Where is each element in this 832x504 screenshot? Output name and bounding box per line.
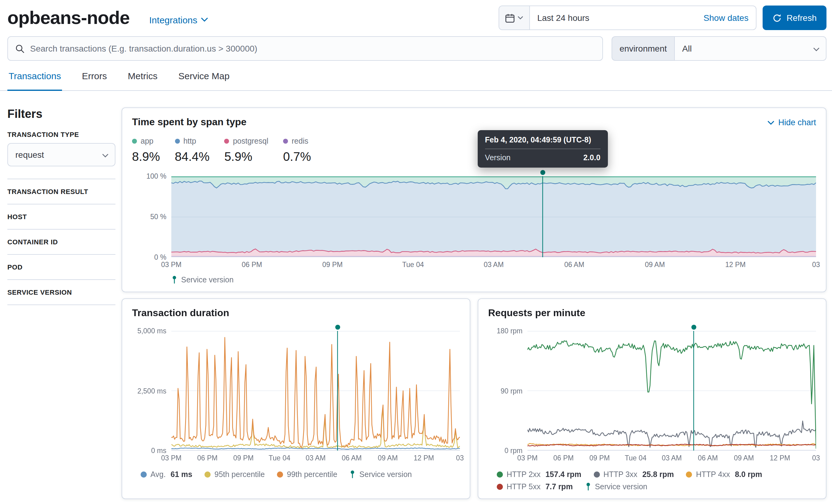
legend-dot [205,472,211,478]
legend-item-avg[interactable]: Avg. 61 ms [140,470,192,479]
environment-filter: environment All [612,36,827,61]
legend-dot [686,472,692,478]
chevron-down-icon [102,154,109,158]
span-summary-http: http 84.4% [175,137,209,164]
chevron-down-icon [768,120,775,125]
x-axis-label: Tue 04 [625,454,647,462]
tab-metrics[interactable]: Metrics [127,63,159,91]
y-axis: 180 rpm90 rpm0 rpm [488,331,527,451]
chart-plot-area[interactable]: Feb 4, 2020, 04:49:59 (UTC-8) Version 2.… [171,176,816,257]
tooltip-timestamp: Feb 4, 2020, 04:49:59 (UTC-8) [485,136,600,149]
span-summary-app: app 8.9% [132,137,160,164]
filters-title: Filters [7,107,115,121]
x-axis-label: 03 PM [517,454,538,462]
span-percentage-postgresql: 5.9% [225,150,268,164]
y-axis-label: 180 rpm [497,327,523,335]
x-axis-label: Tue 04 [269,454,290,462]
transaction-type-label: TRANSACTION TYPE [7,131,115,138]
chart-plot-area[interactable] [527,331,816,451]
filter-section-container-id: CONTAINER ID [7,230,115,255]
x-axis: 03 PM06 PM09 PMTue 0403 AM06 AM09 AM12 P… [171,260,816,269]
card-title: Transaction duration [132,308,460,319]
x-axis-label: 03 PM [161,454,182,462]
legend-dot [594,472,600,478]
legend-item-http-5xx[interactable]: HTTP 5xx 7.7 rpm [497,482,573,491]
calendar-icon [505,13,515,22]
legend-item-http: http [175,137,209,145]
tab-service-map[interactable]: Service Map [177,63,231,91]
rpm-chart-legend: HTTP 2xx 157.4 rpm HTTP 3xx 25.8 rpm HTT… [497,470,816,491]
tooltip-label: Version [485,154,511,162]
legend-item-95th-percentile[interactable]: 95th percentile [205,470,265,479]
y-axis-label: 50 % [151,213,166,220]
chevron-down-icon [813,47,820,52]
x-axis-label: 09 AM [734,454,754,462]
legend-item-service-version: Service version [350,470,412,479]
filter-section-pod: POD [7,255,115,280]
transaction-duration-card: Transaction duration 5,000 ms2,500 ms0 m… [122,298,470,499]
legend-dot [140,472,147,478]
y-axis-label: 0 rpm [504,447,523,454]
legend-item-http-2xx[interactable]: HTTP 2xx 157.4 rpm [497,470,581,479]
legend-item-http-4xx[interactable]: HTTP 4xx 8.0 rpm [686,470,762,479]
annotation-dot [335,325,340,330]
calendar-dropdown-button[interactable] [499,6,530,29]
kibana-apm-screen: opbeans-node Integrations Last [0,0,832,504]
page-title: opbeans-node [7,7,130,28]
chart-plot-area[interactable] [171,331,460,451]
y-axis: 100 %50 %0 % [132,176,171,257]
chevron-down-icon [518,16,523,20]
x-axis-label: 06 AM [564,261,584,268]
environment-select[interactable]: All [674,36,827,61]
filter-section-service-version: SERVICE VERSION [7,280,115,305]
date-picker: Last 24 hours Show dates [499,5,756,30]
y-axis-label: 0 ms [151,447,166,454]
span-percentage-app: 8.9% [132,150,160,164]
y-axis-label: 2,500 ms [137,387,166,394]
span-percentage-http: 84.4% [175,150,209,164]
filter-section-transaction-result: TRANSACTION RESULT [7,179,115,205]
annotation-dot [540,170,545,175]
x-axis-label: 06 AM [698,454,718,462]
x-axis-label: 09 AM [645,261,665,268]
span-percentage-redis: 0.7% [283,150,311,164]
y-axis-label: 0 % [154,254,166,261]
x-axis-label: 12 PM [725,261,746,268]
legend-item-app: app [132,137,160,145]
tab-errors[interactable]: Errors [81,63,108,91]
x-axis: 03 PM06 PM09 PMTue 0403 AM06 AM09 AM12 P… [527,453,816,463]
x-axis-label: 09 PM [590,454,610,462]
transaction-duration-chart: 5,000 ms2,500 ms0 ms 03 PM06 PM09 PMTue … [132,331,460,463]
time-range-display[interactable]: Last 24 hours [530,6,696,29]
integrations-dropdown[interactable]: Integrations [146,14,212,25]
x-axis-label: 03 [812,454,820,462]
x-axis-label: Tue 04 [402,261,424,268]
x-axis-label: 12 PM [770,454,790,462]
x-axis: 03 PM06 PM09 PMTue 0403 AM06 AM09 AM12 P… [171,453,460,463]
search-input[interactable] [8,37,602,60]
hide-chart-button[interactable]: Hide chart [768,117,816,128]
service-version-legend: Service version [171,276,816,284]
legend-item-99th-percentile[interactable]: 99th percentile [277,470,337,479]
transaction-type-select[interactable]: request [7,143,115,166]
y-axis-label: 5,000 ms [137,327,166,335]
topbar: opbeans-node Integrations Last [0,0,832,32]
x-axis-label: 06 AM [342,454,362,462]
y-axis: 5,000 ms2,500 ms0 ms [132,331,171,451]
environment-label: environment [612,36,674,61]
duration-chart-legend: Avg. 61 ms 95th percentile 99th percenti… [140,470,460,479]
tooltip-value: 2.0.0 [583,154,600,162]
show-dates-button[interactable]: Show dates [696,6,756,29]
tab-transactions[interactable]: Transactions [7,63,62,91]
x-axis-label: 12 PM [414,454,434,462]
x-axis-label: 06 PM [242,261,262,268]
refresh-icon [773,13,782,22]
annotation-pin-icon [171,276,178,284]
time-spent-by-span-type-card: Time spent by span type Hide chart app 8… [122,107,827,292]
refresh-button[interactable]: Refresh [763,5,827,30]
x-axis-label: 09 PM [233,454,254,462]
search-box [7,36,603,61]
filter-section-host: HOST [7,205,115,230]
x-axis-label: 06 PM [197,454,218,462]
legend-item-http-3xx[interactable]: HTTP 3xx 25.8 rpm [594,470,674,479]
